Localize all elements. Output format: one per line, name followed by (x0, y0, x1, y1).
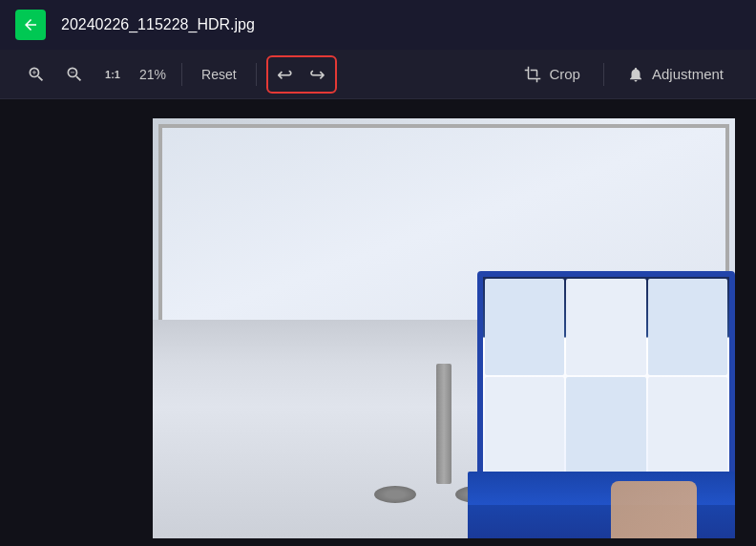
undo-button[interactable]: ↩ (270, 59, 301, 90)
crop-label: Crop (549, 66, 580, 82)
person-hands (611, 481, 697, 538)
screen-cell-2 (566, 279, 645, 375)
file-title: 20240226_115228_HDR.jpg (61, 16, 255, 33)
toolbar: 1:1 21% Reset ↩ ↪ Crop Adjustment (0, 50, 756, 99)
photo-image (153, 118, 735, 538)
title-bar: 20240226_115228_HDR.jpg (0, 0, 756, 50)
adjustment-label: Adjustment (652, 66, 724, 82)
zoom-fit-button[interactable]: 1:1 (95, 57, 130, 92)
zoom-out-button[interactable] (57, 57, 92, 92)
divider-3 (603, 63, 604, 86)
back-button[interactable] (15, 10, 46, 40)
desk-area (153, 320, 735, 538)
screen-cell-6 (648, 377, 727, 473)
zoom-percent: 21% (134, 67, 172, 82)
center-object (436, 364, 452, 484)
desk-disc-left (374, 486, 416, 503)
laptop-screen-content (483, 277, 729, 475)
adjustment-button[interactable]: Adjustment (614, 57, 737, 92)
laptop-screen (477, 271, 735, 481)
redo-button[interactable]: ↪ (303, 59, 333, 90)
screen-cell-3 (648, 279, 727, 375)
screen-cell-1 (485, 279, 564, 375)
crop-button[interactable]: Crop (511, 57, 594, 92)
undo-redo-group: ↩ ↪ (266, 55, 337, 94)
screen-cell-4 (485, 377, 564, 473)
photo-background (153, 118, 735, 538)
canvas-area (0, 99, 756, 546)
zoom-in-button[interactable] (19, 57, 53, 92)
reset-button[interactable]: Reset (192, 59, 246, 90)
screen-cell-5 (566, 377, 645, 473)
divider-1 (181, 63, 182, 86)
divider-2 (256, 63, 257, 86)
